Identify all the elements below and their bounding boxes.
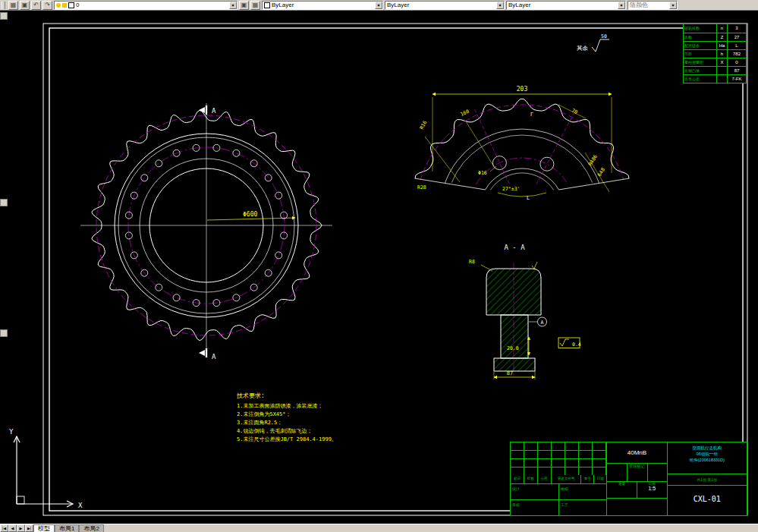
rev-header: 处数	[524, 475, 538, 483]
dim-diameter-600: Φ600	[243, 211, 257, 218]
undo-icon[interactable]: ↶	[31, 1, 41, 10]
tab-layout2[interactable]: 布局2	[79, 524, 103, 532]
tab-model[interactable]: 模型	[33, 524, 55, 532]
dim-angle: 27°±3'	[502, 186, 520, 192]
section-view-label: A - A	[504, 244, 525, 251]
surface-note-prefix: 其余	[577, 45, 589, 52]
undo-icon-glyph: ↶	[33, 2, 39, 8]
sig-label: 工艺	[561, 502, 568, 507]
tooth-detail-view: 203 70 R16 160 Φ16 27°±3' R486 648 R28 Γ…	[415, 86, 630, 201]
plot-style-select[interactable]: 随颜色 ▾	[627, 1, 678, 10]
cad-application-window: ▦ ▣ ↶ ↷ 0 ▾ ▣ ▦ ByLayer ▾ ByLayer ▾ ByLa…	[0, 0, 758, 532]
lineweight-select[interactable]: ByLayer ▾	[506, 1, 626, 10]
chevron-down-icon[interactable]: ▾	[229, 2, 237, 9]
product-line: 06链轮一组	[668, 451, 747, 457]
detail-mark-bottom: L	[527, 195, 530, 201]
top-toolbar: ▦ ▣ ↶ ↷ 0 ▾ ▣ ▦ ByLayer ▾ ByLayer ▾ ByLa…	[0, 0, 758, 11]
dim-r8: R8	[469, 259, 475, 265]
param-row: 量柱测量距X0	[684, 58, 746, 66]
layer-select[interactable]: 0 ▾	[54, 1, 237, 10]
weight-cell: 重量	[607, 482, 637, 498]
param-row: 齿数Z27	[684, 33, 746, 41]
product-line: 组件(200618331D)	[668, 457, 747, 463]
chevron-down-icon[interactable]: ▾	[618, 2, 625, 9]
sig-label: 审核	[512, 502, 520, 507]
detail-mark-top: Γ	[530, 112, 533, 118]
title-block-signature-area: 设计 校核 审核 工艺	[511, 484, 606, 516]
section-a-a-view: A - A R8 20.0 87 A 0.4	[469, 244, 581, 379]
section-web-profile	[501, 315, 528, 358]
tech-req-line-1: 1.未加工表面涂防锈漆，涂装底漆；	[237, 403, 322, 409]
layer-current-value: 0	[76, 2, 79, 8]
ucs-x-label: X	[78, 502, 83, 509]
ucs-icon: Y X	[9, 428, 83, 509]
dim-r16: R16	[419, 120, 429, 131]
tech-req-line-3: 3.未注圆角R2.5；	[237, 419, 282, 426]
model-space-canvas[interactable]: A A Φ600	[0, 11, 758, 524]
color-select[interactable]: ByLayer ▾	[262, 1, 383, 10]
surface-finish-note: 其余 50	[577, 33, 609, 52]
redo-icon-glyph: ↷	[45, 2, 50, 8]
sprocket-param-table: 链轮排数n3 齿数Z27 配用链条HaL 节距h782 量柱测量距X0 齿侧凸缘…	[683, 24, 747, 83]
tech-req-line-4: 4.锐边倒钝，去毛刺清除飞边；	[237, 428, 312, 434]
toolbar-grip[interactable]	[2, 2, 5, 9]
dim-r486: R486	[587, 153, 599, 167]
lineweight-current-value: ByLayer	[508, 2, 530, 8]
sheet-tab-bar: |◀ ◀ ▶ ▶| 模型 布局1 布局2	[0, 524, 758, 532]
properties-icon[interactable]: ▣	[20, 1, 30, 10]
scale-value: 1:5	[637, 486, 667, 491]
roughness-value: 0.4	[572, 342, 581, 348]
sig-label: 校核	[561, 486, 568, 491]
param-row: 链轮排数n3	[684, 24, 746, 33]
make-layer-current-glyph: ▦	[253, 2, 259, 8]
detail-bolt-hole-2	[540, 157, 554, 171]
chevron-down-icon[interactable]: ▾	[496, 2, 504, 9]
redo-icon[interactable]: ↷	[42, 1, 52, 10]
make-layer-current-icon[interactable]: ▦	[250, 1, 260, 10]
product-name-block: 挖掘机行走机构 06链轮一组 组件(200618331D)	[668, 442, 747, 474]
tech-req-title: 技术要求:	[236, 392, 265, 399]
title-block-right: 挖掘机行走机构 06链轮一组 组件(200618331D) 共1张 第1张 CX…	[668, 442, 747, 515]
linetype-current-value: ByLayer	[387, 2, 409, 8]
table-icon[interactable]: ▦	[8, 1, 18, 10]
tab-layout1[interactable]: 布局1	[55, 524, 79, 532]
section-label-a-top: A	[212, 107, 216, 115]
last-tab-icon[interactable]: ▶|	[25, 524, 33, 532]
roughness-check-icon	[532, 262, 537, 269]
layer-manager-icon[interactable]: ▣	[239, 1, 249, 10]
section-rim-profile	[486, 269, 541, 315]
dim-648: 648	[596, 167, 606, 178]
rev-header: 日期	[594, 475, 606, 483]
param-row: 齿侧凸缘87	[684, 66, 746, 74]
material-value: 40MnB	[607, 442, 666, 464]
dim-r28: R28	[417, 184, 426, 190]
surface-note-value: 50	[601, 33, 607, 39]
technical-requirements: 技术要求: 1.未加工表面涂防锈漆，涂装底漆； 2.未注倒角为5X45°； 3.…	[236, 392, 337, 442]
front-view-sprocket: A A Φ600	[80, 103, 332, 360]
roughness-symbol-icon	[560, 339, 569, 346]
layer-freeze-icon	[62, 3, 67, 8]
drawing-number: CXL-01	[668, 486, 747, 515]
stage-mark-label: 阶段标记	[607, 464, 666, 482]
layer-color-swatch	[68, 2, 74, 8]
section-label-a-bottom: A	[212, 353, 216, 360]
roughness-symbol-icon	[592, 39, 609, 52]
dim-hole-16: Φ16	[478, 170, 487, 176]
chevron-down-icon[interactable]: ▾	[375, 2, 382, 9]
dim-160: 160	[460, 109, 470, 118]
first-tab-icon[interactable]: |◀	[0, 524, 8, 532]
tech-req-line-5: 5.未注尺寸公差按JB/T 2984.4-1999。	[237, 436, 337, 442]
next-tab-icon[interactable]: ▶	[17, 524, 25, 532]
rev-header: 分区	[538, 475, 552, 483]
sig-label: 设计	[512, 486, 520, 491]
param-row: 配用链条HaL	[684, 41, 746, 49]
chevron-down-icon[interactable]: ▾	[669, 2, 677, 9]
title-block-revision-area: 标记 处数 分区 更改文件号 签字 日期 设计 校核 审核 工艺	[511, 442, 607, 515]
prev-tab-icon[interactable]: ◀	[8, 524, 17, 532]
dim-203: 203	[517, 86, 528, 93]
linetype-select[interactable]: ByLayer ▾	[385, 1, 505, 10]
table-icon-glyph: ▦	[11, 2, 17, 8]
color-current-value: ByLayer	[272, 2, 294, 8]
scale-cell: 比例1:5	[637, 482, 667, 498]
detail-teeth-outline	[415, 99, 629, 178]
